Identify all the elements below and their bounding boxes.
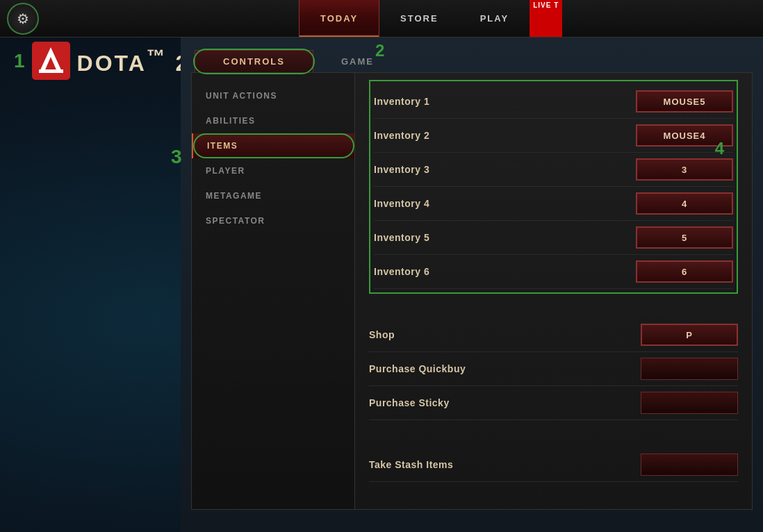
sidebar-item-items[interactable]: ITEMS <box>192 133 354 158</box>
sidebar-item-abilities[interactable]: ABILITIES <box>192 108 354 133</box>
tab-controls[interactable]: CONTROLS <box>195 50 313 72</box>
shop-section: Shop P Purchase Quickbuy Purchase Sticky <box>369 318 738 420</box>
dota-logo-icon <box>32 42 70 80</box>
inventory2-label: Inventory 2 <box>374 130 636 141</box>
binding-row-inventory1: Inventory 1 MOUSE5 <box>374 85 733 119</box>
logo-area: 1 DOTA™ 2 <box>14 42 190 80</box>
inventory4-key[interactable]: 4 <box>636 192 733 215</box>
inventory1-key[interactable]: MOUSE5 <box>636 90 733 113</box>
binding-row-sticky: Purchase Sticky <box>369 386 738 420</box>
shop-label: Shop <box>369 329 641 340</box>
divider2 <box>369 434 738 448</box>
stash-key[interactable] <box>641 454 738 476</box>
binding-row-quickbuy: Purchase Quickbuy <box>369 352 738 386</box>
content-panel: UNIT ACTIONS ABILITIES ITEMS PLAYER META… <box>191 72 753 510</box>
svg-rect-2 <box>39 69 63 73</box>
stash-section: Take Stash Items <box>369 448 738 482</box>
right-content: 3 4 Inventory 1 MOUSE5 Inventory 2 MOUSE… <box>355 73 752 509</box>
binding-row-stash: Take Stash Items <box>369 448 738 482</box>
sidebar-item-spectator[interactable]: SPECTATOR <box>192 208 354 233</box>
tab-bar: 2 CONTROLS GAME <box>181 38 763 72</box>
sticky-key[interactable] <box>641 392 738 414</box>
inventory3-label: Inventory 3 <box>374 164 636 175</box>
binding-row-inventory5: Inventory 5 5 <box>374 221 733 255</box>
binding-row-inventory3: Inventory 3 3 <box>374 153 733 187</box>
dota-title: DOTA™ 2 <box>77 46 190 76</box>
nav-store[interactable]: STORE <box>379 0 459 37</box>
step3-label: 3 <box>171 146 182 168</box>
inventory1-label: Inventory 1 <box>374 96 636 107</box>
nav-play[interactable]: PLAY <box>459 0 530 37</box>
sidebar: UNIT ACTIONS ABILITIES ITEMS PLAYER META… <box>192 73 355 509</box>
gear-button[interactable]: ⚙ <box>7 3 39 35</box>
inventory6-key[interactable]: 6 <box>636 260 733 283</box>
stash-label: Take Stash Items <box>369 459 641 470</box>
step1-label: 1 <box>14 50 25 72</box>
topbar: ⚙ TODAY STORE PLAY LIVE T <box>0 0 763 38</box>
live-badge: LIVE T <box>530 0 562 37</box>
sidebar-item-unit-actions[interactable]: UNIT ACTIONS <box>192 83 354 108</box>
tab-game[interactable]: GAME <box>313 51 402 72</box>
topbar-left: ⚙ <box>0 3 299 35</box>
inventory5-label: Inventory 5 <box>374 232 636 243</box>
topbar-nav: TODAY STORE PLAY LIVE T <box>299 0 763 37</box>
divider1 <box>369 304 738 318</box>
main-content: 2 CONTROLS GAME UNIT ACTIONS ABILITIES I… <box>181 38 763 532</box>
shop-key[interactable]: P <box>641 324 738 346</box>
inventory5-key[interactable]: 5 <box>636 226 733 249</box>
quickbuy-key[interactable] <box>641 358 738 380</box>
sticky-label: Purchase Sticky <box>369 397 641 408</box>
step4-label: 4 <box>715 139 724 158</box>
sidebar-item-player[interactable]: PLAYER <box>192 158 354 183</box>
binding-row-inventory4: Inventory 4 4 <box>374 187 733 221</box>
inventory3-key[interactable]: 3 <box>636 158 733 181</box>
sidebar-item-metagame[interactable]: METAGAME <box>192 183 354 208</box>
inventory6-label: Inventory 6 <box>374 266 636 277</box>
quickbuy-label: Purchase Quickbuy <box>369 363 641 374</box>
binding-row-shop: Shop P <box>369 318 738 352</box>
nav-today[interactable]: TODAY <box>299 0 379 37</box>
step2-label: 2 <box>375 41 384 60</box>
inventory4-label: Inventory 4 <box>374 198 636 209</box>
binding-row-inventory6: Inventory 6 6 <box>374 255 733 289</box>
binding-row-inventory2: Inventory 2 MOUSE4 <box>374 119 733 153</box>
inventory-section: Inventory 1 MOUSE5 Inventory 2 MOUSE4 In… <box>369 80 738 294</box>
svg-rect-0 <box>32 42 70 80</box>
